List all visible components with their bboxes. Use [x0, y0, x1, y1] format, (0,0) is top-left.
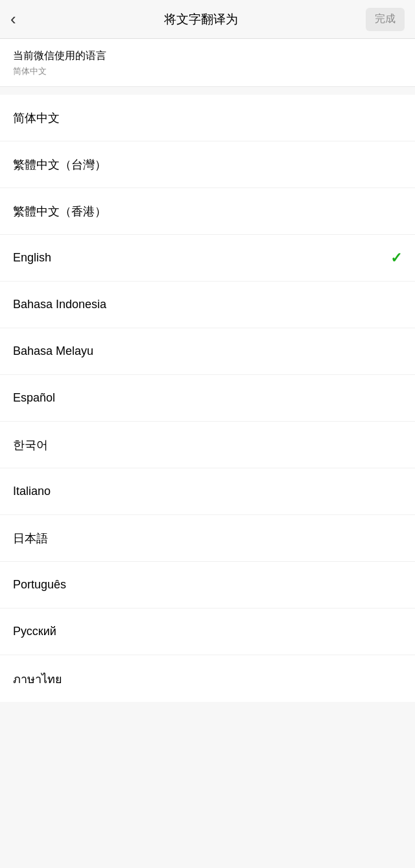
page-title: 将文字翻译为: [36, 11, 366, 28]
language-name-korean: 한국어: [13, 437, 48, 453]
current-language-label: 当前微信使用的语言: [13, 49, 402, 63]
language-item-bahasa-melayu[interactable]: Bahasa Melayu: [0, 328, 415, 375]
language-name-espanol: Español: [13, 391, 55, 405]
language-item-korean[interactable]: 한국어: [0, 422, 415, 468]
language-name-traditional-chinese-taiwan: 繁體中文（台灣）: [13, 157, 106, 173]
language-name-bahasa-indonesia: Bahasa Indonesia: [13, 298, 106, 311]
language-item-italiano[interactable]: Italiano: [0, 468, 415, 515]
language-name-portuguese: Português: [13, 578, 66, 592]
language-name-thai: ภาษาไทย: [13, 669, 62, 688]
language-name-bahasa-melayu: Bahasa Melayu: [13, 344, 93, 358]
language-item-traditional-chinese-hongkong[interactable]: 繁體中文（香港）: [0, 188, 415, 235]
back-button[interactable]: ‹: [10, 9, 36, 29]
language-item-portuguese[interactable]: Português: [0, 562, 415, 609]
language-item-russian[interactable]: Русский: [0, 609, 415, 655]
language-item-thai[interactable]: ภาษาไทย: [0, 655, 415, 702]
language-item-japanese[interactable]: 日本語: [0, 515, 415, 562]
language-item-english[interactable]: English✓: [0, 235, 415, 282]
checkmark-icon: ✓: [390, 250, 402, 267]
current-language-section: 当前微信使用的语言 简体中文: [0, 39, 415, 87]
header: ‹ 将文字翻译为 完成: [0, 0, 415, 39]
language-name-english: English: [13, 251, 51, 265]
language-item-simplified-chinese[interactable]: 简体中文: [0, 95, 415, 141]
language-name-russian: Русский: [13, 625, 56, 638]
language-item-bahasa-indonesia[interactable]: Bahasa Indonesia: [0, 282, 415, 328]
language-name-simplified-chinese: 简体中文: [13, 110, 60, 126]
language-name-japanese: 日本語: [13, 531, 48, 546]
language-list: 简体中文繁體中文（台灣）繁體中文（香港）English✓Bahasa Indon…: [0, 95, 415, 702]
language-name-traditional-chinese-hongkong: 繁體中文（香港）: [13, 204, 106, 219]
done-button[interactable]: 完成: [366, 8, 405, 31]
language-item-espanol[interactable]: Español: [0, 375, 415, 422]
current-language-value: 简体中文: [13, 66, 402, 77]
language-item-traditional-chinese-taiwan[interactable]: 繁體中文（台灣）: [0, 141, 415, 188]
language-name-italiano: Italiano: [13, 485, 51, 498]
